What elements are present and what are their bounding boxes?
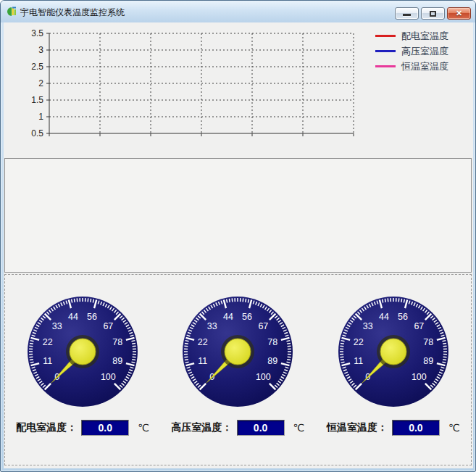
blank-message-panel [4, 158, 472, 273]
gauge-scale-label: 44 [224, 312, 234, 322]
close-button[interactable]: ✕ [447, 7, 471, 20]
gauge-scale-label: 56 [242, 312, 252, 322]
gauge-row: 01122334456677889100配电室温度：0.0℃0112233445… [5, 275, 471, 465]
y-axis-tick-label: 2 [38, 78, 43, 88]
y-axis-tick-label: 2.5 [31, 62, 43, 72]
gauge-scale-label: 56 [398, 312, 408, 322]
chart-legend: 配电室温度高压室温度恒温室温度 [375, 28, 448, 74]
legend-line-swatch [375, 35, 396, 37]
gauge-label: 高压室温度： [172, 421, 233, 434]
unit-label: ℃ [138, 422, 149, 434]
gauge-scale-label: 11 [354, 356, 363, 366]
legend-item: 高压室温度 [375, 44, 448, 59]
gauge-dial: 01122334456677889100 [337, 295, 450, 408]
temperature-value-display: 0.0 [81, 420, 129, 436]
y-axis-tick-label: 1.5 [31, 95, 43, 105]
window-title: 宇电智能仪表温度监控系统 [20, 7, 125, 19]
gauge-reading: 恒温室温度：0.0℃ [327, 420, 460, 436]
legend-line-swatch [375, 50, 396, 52]
app-window: 宇电智能仪表温度监控系统 ✕ 3.532.521.510.5 配电室温度高压室温… [0, 0, 476, 472]
gauge-scale-label: 22 [198, 337, 208, 347]
maximize-button[interactable] [421, 7, 445, 20]
y-axis-tick-label: 3.5 [31, 28, 43, 38]
gauge-scale-label: 11 [43, 356, 52, 366]
maximize-icon [430, 11, 436, 17]
gauge-reading: 高压室温度：0.0℃ [172, 420, 305, 436]
titlebar[interactable]: 宇电智能仪表温度监控系统 ✕ [1, 1, 475, 22]
gauge-scale-label: 56 [87, 312, 97, 322]
gauge-column: 01122334456677889100高压室温度：0.0℃ [160, 275, 315, 465]
app-logo-icon [6, 6, 17, 17]
gauge-label: 恒温室温度： [327, 421, 388, 434]
temperature-value-display: 0.0 [392, 420, 440, 436]
gauge-scale-label: 44 [68, 312, 78, 322]
close-icon: ✕ [448, 9, 470, 18]
gauge-label: 配电室温度： [16, 421, 77, 434]
gauge-scale-label: 33 [52, 321, 62, 331]
gauge-dial: 01122334456677889100 [26, 295, 139, 408]
y-axis-tick-label: 1 [38, 112, 43, 122]
gauge-scale-label: 11 [199, 356, 208, 366]
gauge-scale-label: 22 [43, 337, 53, 347]
gauge-reading: 配电室温度：0.0℃ [16, 420, 149, 436]
legend-label: 高压室温度 [401, 45, 448, 58]
unit-label: ℃ [448, 422, 460, 434]
legend-label: 恒温室温度 [401, 60, 448, 73]
gauge-scale-label: 44 [379, 312, 389, 322]
gauge-scale-label: 67 [414, 321, 424, 331]
temperature-value-display: 0.0 [237, 420, 285, 436]
gauge-scale-label: 78 [112, 337, 122, 347]
temperature-trend-chart: 3.532.521.510.5 配电室温度高压室温度恒温室温度 [4, 22, 473, 157]
gauge-scale-label: 89 [112, 356, 122, 366]
gauge-column: 01122334456677889100配电室温度：0.0℃ [5, 275, 160, 465]
gauge-scale-label: 67 [259, 321, 269, 331]
gauge-dial: 01122334456677889100 [181, 295, 294, 408]
gauge-scale-label: 100 [256, 372, 271, 382]
trend-plot: 3.532.521.510.5 [4, 22, 366, 149]
legend-line-swatch [375, 65, 396, 67]
client-area: 3.532.521.510.5 配电室温度高压室温度恒温室温度 01122334… [4, 22, 473, 468]
legend-item: 配电室温度 [375, 28, 448, 44]
minimize-button[interactable] [395, 7, 419, 20]
y-axis-tick-label: 3 [38, 45, 43, 55]
minimize-icon [403, 14, 411, 16]
gauge-scale-label: 33 [362, 321, 372, 331]
gauges-panel: 01122334456677889100配电室温度：0.0℃0112233445… [4, 274, 472, 465]
gauge-scale-label: 78 [423, 337, 433, 347]
unit-label: ℃ [293, 422, 305, 434]
gauge-scale-label: 67 [104, 321, 114, 331]
gauge-scale-label: 22 [353, 337, 363, 347]
gauge-scale-label: 89 [268, 356, 278, 366]
window-controls: ✕ [395, 7, 471, 20]
y-axis-tick-label: 0.5 [31, 128, 43, 138]
gauge-scale-label: 89 [423, 356, 433, 366]
gauge-scale-label: 33 [207, 321, 217, 331]
gauge-scale-label: 100 [412, 372, 427, 382]
legend-item: 恒温室温度 [375, 59, 448, 74]
gauge-scale-label: 78 [268, 337, 278, 347]
legend-label: 配电室温度 [401, 30, 448, 43]
gauge-column: 01122334456677889100恒温室温度：0.0℃ [316, 275, 471, 465]
gauge-scale-label: 100 [101, 372, 116, 382]
